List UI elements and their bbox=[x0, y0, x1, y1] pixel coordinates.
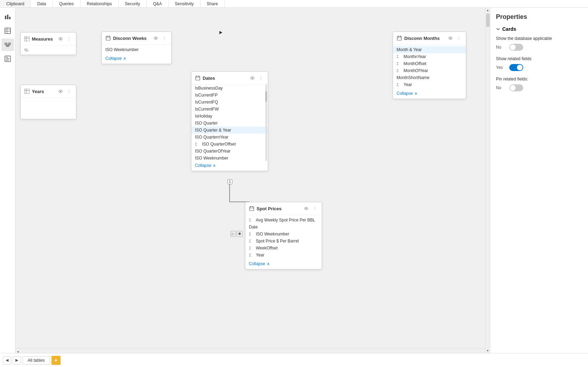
dates-table-icon bbox=[195, 75, 201, 81]
disconn-months-field-3[interactable]: Σ MonthOfYear bbox=[393, 67, 466, 74]
connector-arrow-symbol: ▷ bbox=[230, 231, 236, 237]
bottom-bar: ◀ ▶ All tables + bbox=[0, 353, 588, 367]
svg-rect-3 bbox=[5, 28, 10, 34]
chart-sidebar-icon[interactable] bbox=[1, 10, 14, 23]
scroll-down-arrow[interactable]: ▼ bbox=[485, 348, 490, 353]
dates-collapse[interactable]: Collapse ∧ bbox=[191, 162, 268, 171]
toolbar: Clipboard Data Queries Relationships Sec… bbox=[0, 0, 588, 8]
toolbar-security[interactable]: Security bbox=[119, 0, 147, 7]
disconn-weeks-label: Disconn Weeks bbox=[113, 36, 147, 41]
dates-field-8[interactable]: Σ ISO QuarterOffset bbox=[191, 141, 268, 148]
show-database-toggle[interactable] bbox=[509, 44, 523, 51]
spot-prices-eye-btn[interactable] bbox=[303, 205, 310, 212]
scroll-up-arrow[interactable]: ▲ bbox=[485, 8, 490, 13]
disconn-months-field-2[interactable]: Σ MonthOffset bbox=[393, 60, 466, 67]
dates-scrollbar-track bbox=[265, 84, 267, 161]
dates-field-2[interactable]: IsCurrentFQ bbox=[191, 99, 268, 106]
measures-table-icon bbox=[24, 36, 30, 42]
spot-prices-collapse[interactable]: Collapse ∧ bbox=[245, 260, 322, 269]
sigma-icon-dm1: Σ bbox=[397, 55, 401, 59]
dates-eye-btn[interactable] bbox=[249, 75, 256, 82]
scrollbar-thumb-v[interactable] bbox=[486, 13, 490, 27]
cards-chevron-icon bbox=[496, 27, 500, 31]
svg-point-22 bbox=[60, 38, 61, 40]
disconn-months-collapse[interactable]: Collapse ∧ bbox=[393, 90, 466, 99]
spot-prices-field-0[interactable]: Σ Avg Weekly Spot Price Per BBL bbox=[245, 217, 322, 224]
measures-card-body bbox=[21, 45, 76, 55]
dates-field-6[interactable]: ISO Quarter & Year bbox=[191, 127, 268, 134]
spot-prices-field-3[interactable]: Σ Spot Price $ Per Barrel bbox=[245, 238, 322, 245]
disconn-weeks-collapse[interactable]: Collapse ∧ bbox=[102, 55, 171, 64]
dates-field-3[interactable]: IsCurrentFW bbox=[191, 106, 268, 113]
nav-next-btn[interactable]: ▶ bbox=[13, 356, 21, 365]
disconn-months-eye-btn[interactable] bbox=[447, 35, 454, 42]
dax-sidebar-icon[interactable] bbox=[1, 52, 14, 65]
table-sidebar-icon[interactable] bbox=[1, 24, 14, 37]
dates-field-1[interactable]: IsCurrentFP bbox=[191, 92, 268, 99]
spot-prices-label: Spot Prices bbox=[257, 206, 282, 211]
sigma-icon-dm2: Σ bbox=[397, 62, 401, 66]
pin-related-label: Pin related fields: bbox=[496, 77, 582, 82]
disconn-weeks-eye-btn[interactable] bbox=[152, 35, 159, 42]
spot-prices-field-5[interactable]: Σ Year bbox=[245, 252, 322, 259]
spot-prices-field-2[interactable]: Σ ISO Weeknumber bbox=[245, 231, 322, 238]
spot-prices-more-btn[interactable]: ⋮ bbox=[311, 205, 318, 212]
dates-field-4[interactable]: IsHoliday bbox=[191, 113, 268, 120]
toolbar-share[interactable]: Share bbox=[201, 0, 225, 7]
disconn-weeks-title: Disconn Weeks bbox=[105, 35, 147, 41]
show-related-label: Show related fields bbox=[496, 56, 582, 61]
disconn-months-field-1[interactable]: Σ MonthnYear bbox=[393, 53, 466, 60]
show-related-toggle[interactable] bbox=[509, 64, 523, 71]
svg-point-55 bbox=[450, 38, 451, 39]
toolbar-qna[interactable]: Q&A bbox=[147, 0, 168, 7]
sigma-icon-sp5: Σ bbox=[249, 253, 254, 257]
all-tables-tab[interactable]: All tables bbox=[22, 356, 50, 365]
years-card-header: Years ⋮ bbox=[21, 85, 76, 98]
toolbar-data[interactable]: Data bbox=[31, 0, 52, 7]
dates-scrollbar-thumb[interactable] bbox=[265, 91, 267, 102]
toolbar-queries[interactable]: Queries bbox=[53, 0, 80, 7]
svg-rect-36 bbox=[196, 76, 200, 80]
disconn-months-field-4[interactable]: MonthShortName bbox=[393, 74, 466, 81]
nav-prev-btn[interactable]: ◀ bbox=[3, 356, 11, 365]
relationships-sidebar-icon[interactable] bbox=[1, 38, 14, 51]
measures-eye-btn[interactable] bbox=[57, 35, 64, 42]
dates-field-9[interactable]: ISO QuarterOfYear bbox=[191, 148, 268, 155]
pin-related-toggle[interactable] bbox=[509, 84, 523, 91]
show-database-section: Show the database applicable No bbox=[496, 36, 582, 51]
toolbar-relationships[interactable]: Relationships bbox=[80, 0, 119, 7]
svg-point-41 bbox=[252, 78, 253, 79]
dates-field-5[interactable]: ISO Quarter bbox=[191, 120, 268, 127]
show-related-knob bbox=[517, 65, 523, 70]
disconn-weeks-iso-weeknumber[interactable]: ISO Weeknumber bbox=[102, 46, 171, 53]
measures-more-btn[interactable]: ⋮ bbox=[65, 35, 72, 42]
sigma-icon-sp2: Σ bbox=[249, 232, 254, 236]
dates-field-0[interactable]: IsBusinessDay bbox=[191, 85, 268, 92]
measures-table-card: Measures ⋮ bbox=[20, 32, 76, 55]
toolbar-clipboard[interactable]: Clipboard bbox=[0, 0, 31, 7]
svg-point-35 bbox=[155, 38, 156, 39]
dates-more-btn[interactable]: ⋮ bbox=[257, 75, 264, 82]
add-tab-btn[interactable]: + bbox=[51, 356, 61, 365]
toolbar-sensitivity[interactable]: Sensitivity bbox=[169, 0, 201, 7]
disconn-months-label: Disconn Months bbox=[404, 36, 440, 41]
disconn-months-field-0[interactable]: Month & Year bbox=[393, 46, 466, 53]
spot-prices-field-1[interactable]: Date bbox=[245, 224, 322, 231]
dates-field-7[interactable]: ISO QuarternYear bbox=[191, 134, 268, 141]
pin-related-no-label: No bbox=[496, 85, 506, 90]
svg-rect-44 bbox=[250, 207, 254, 211]
disconn-months-more-btn[interactable]: ⋮ bbox=[455, 35, 462, 42]
dates-title: Dates bbox=[195, 75, 215, 81]
spot-prices-body: Σ Avg Weekly Spot Price Per BBL Date Σ I… bbox=[245, 215, 322, 260]
disconn-months-actions: ⋮ bbox=[447, 35, 462, 42]
disconn-months-field-5[interactable]: Σ Year bbox=[393, 81, 466, 88]
cards-section-header[interactable]: Cards bbox=[496, 26, 582, 32]
disconn-weeks-more-btn[interactable]: ⋮ bbox=[161, 35, 168, 42]
spot-prices-field-4[interactable]: Σ WeekOffset bbox=[245, 245, 322, 252]
years-card-body bbox=[21, 98, 76, 119]
years-eye-btn[interactable] bbox=[57, 88, 64, 95]
disconn-weeks-actions: ⋮ bbox=[152, 35, 168, 42]
measures-field-hidden[interactable] bbox=[21, 47, 76, 53]
years-more-btn[interactable]: ⋮ bbox=[65, 88, 72, 95]
dates-field-10[interactable]: ISO Weeknumber bbox=[191, 155, 268, 162]
